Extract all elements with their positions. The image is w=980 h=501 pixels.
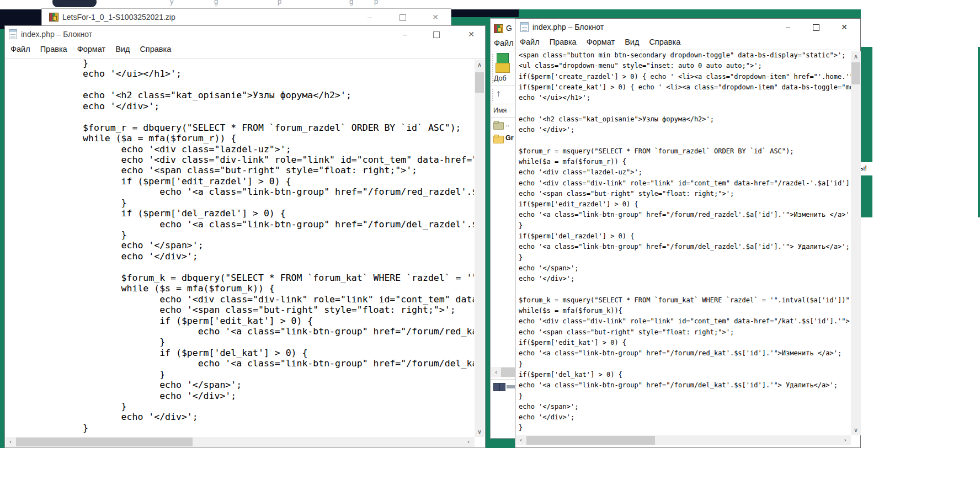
add-archive-icon bbox=[496, 53, 510, 73]
status-icon bbox=[507, 385, 515, 388]
menu-format[interactable]: Формат bbox=[583, 36, 619, 48]
top-window-strip: y g p g p bbox=[0, 0, 980, 8]
left-notepad-title: index.php – Блокнот bbox=[21, 30, 92, 39]
zip-window: LetsFor-1_0_1-S1003252021.zip – ✕ bbox=[41, 8, 451, 26]
minimize-button[interactable]: – bbox=[392, 26, 418, 43]
close-button[interactable]: ✕ bbox=[423, 9, 448, 26]
background-app-right-strip bbox=[861, 47, 872, 217]
close-button[interactable]: ✕ bbox=[459, 26, 484, 43]
winrar-icon bbox=[494, 24, 503, 33]
scroll-up-arrow[interactable]: ∧ bbox=[475, 61, 484, 68]
clipped-text-fragment: g bbox=[349, 0, 353, 6]
left-notepad-hscrollbar[interactable]: ‹ › bbox=[6, 437, 475, 447]
menu-help[interactable]: Справка bbox=[136, 43, 174, 55]
left-notepad-titlebar[interactable]: index.php – Блокнот – ✕ bbox=[5, 26, 485, 44]
folder-up-icon bbox=[493, 122, 504, 130]
up-one-level-button[interactable]: ↑ bbox=[496, 88, 501, 99]
clipped-text-fragment: p bbox=[374, 0, 378, 6]
scrollbar-thumb[interactable] bbox=[16, 438, 193, 446]
add-files-label: Доб bbox=[494, 74, 507, 82]
zip-window-title: LetsFor-1_0_1-S1003252021.zip bbox=[62, 13, 175, 22]
scroll-left-arrow[interactable]: ‹ bbox=[517, 436, 525, 444]
menu-format[interactable]: Формат bbox=[74, 43, 109, 55]
scroll-up-arrow[interactable]: ∧ bbox=[851, 53, 861, 60]
scroll-right-arrow[interactable]: › bbox=[841, 436, 849, 444]
menu-file[interactable]: Файл bbox=[7, 43, 34, 55]
status-icon bbox=[493, 383, 499, 391]
minimize-button[interactable]: – bbox=[357, 9, 382, 26]
notepad-icon bbox=[520, 22, 529, 32]
left-notepad-menubar: ФайлПравкаФорматВидСправка bbox=[7, 43, 178, 55]
scroll-down-arrow[interactable]: ∨ bbox=[475, 428, 484, 435]
winrar-icon bbox=[49, 13, 58, 22]
maximize-button[interactable] bbox=[424, 26, 449, 43]
menu-edit[interactable]: Правка bbox=[37, 43, 71, 55]
close-button[interactable]: ✕ bbox=[832, 19, 857, 36]
code-editor[interactable]: } echo '</ui></h1>'; echo '<h2 class="ka… bbox=[6, 58, 474, 437]
clipped-text-fragment: g bbox=[214, 0, 218, 6]
notepad-icon bbox=[9, 29, 17, 39]
scroll-down-arrow[interactable]: ∨ bbox=[851, 427, 861, 434]
right-notepad-vscrollbar[interactable]: ∧ ∨ bbox=[851, 51, 861, 435]
scroll-right-arrow[interactable]: › bbox=[465, 438, 472, 445]
column-header-name[interactable]: Имя bbox=[493, 106, 507, 114]
toolbar-grip bbox=[492, 54, 493, 83]
status-icon bbox=[499, 383, 505, 391]
list-item-label: Gr bbox=[505, 134, 514, 142]
scrollbar-thumb[interactable] bbox=[851, 62, 860, 84]
clipped-text-fragment: y bbox=[170, 0, 174, 6]
right-notepad-titlebar[interactable]: index.php – Блокнот – ✕ bbox=[515, 19, 860, 36]
background-app-right-edge bbox=[978, 47, 980, 217]
scrollbar-thumb[interactable] bbox=[526, 436, 655, 445]
right-notepad-title: index.php – Блокнот bbox=[532, 23, 604, 31]
background-app-header-mid bbox=[447, 9, 519, 17]
list-item-label: .. bbox=[505, 120, 509, 128]
browser-tab-fragment[interactable] bbox=[52, 0, 97, 7]
menu-help[interactable]: Справка bbox=[646, 36, 684, 48]
minimize-button[interactable]: – bbox=[775, 19, 801, 36]
left-notepad-window: index.php – Блокнот – ✕ ФайлПравкаФормат… bbox=[4, 25, 486, 448]
folder-icon bbox=[493, 136, 504, 143]
toolbar-grip bbox=[492, 89, 493, 101]
zip-window-titlebar[interactable]: LetsFor-1_0_1-S1003252021.zip – ✕ bbox=[42, 9, 451, 26]
scroll-left-arrow[interactable]: ‹ bbox=[7, 438, 14, 445]
right-notepad-window: index.php – Блокнот – ✕ ФайлПравкаФормат… bbox=[515, 18, 861, 448]
desktop: { "top_strip": { "fragments": ["y", "g",… bbox=[0, 0, 980, 501]
clipped-text-fragment: p bbox=[278, 0, 281, 6]
scrollbar-thumb[interactable] bbox=[475, 72, 484, 93]
menu-file[interactable]: Файл bbox=[491, 37, 517, 49]
menu-view[interactable]: Вид bbox=[112, 43, 133, 55]
maximize-button[interactable] bbox=[803, 19, 829, 36]
archive-window-title: G bbox=[506, 24, 512, 33]
menu-edit[interactable]: Правка bbox=[546, 36, 580, 48]
left-notepad-vscrollbar[interactable]: ∧ ∨ bbox=[475, 60, 484, 437]
menu-view[interactable]: Вид bbox=[621, 36, 642, 48]
right-notepad-hscrollbar[interactable]: ‹ › bbox=[516, 435, 851, 445]
scroll-left-arrow[interactable]: ‹ bbox=[492, 369, 500, 376]
maximize-button[interactable] bbox=[390, 9, 416, 26]
right-notepad-menubar: ФайлПравкаФорматВидСправка bbox=[516, 36, 687, 48]
code-editor[interactable]: <span class="button min btn-secondary dr… bbox=[519, 50, 851, 434]
menu-file[interactable]: Файл bbox=[516, 36, 543, 48]
